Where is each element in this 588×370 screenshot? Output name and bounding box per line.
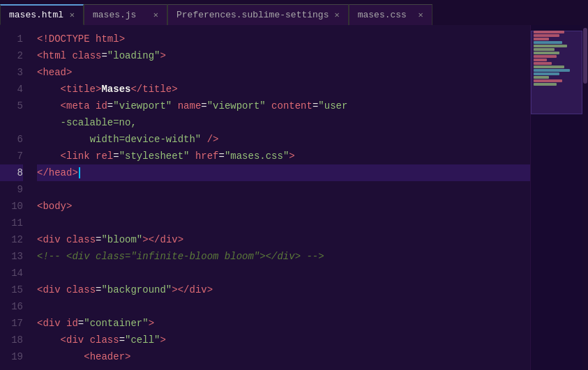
code-token [90,148,96,164]
code-token: > [172,81,177,98]
line-num: 10 [0,198,23,215]
tab-mases-html[interactable]: mases.html ✕ [0,4,84,25]
minimap-line [534,31,564,33]
code-token: title [66,81,96,98]
code-token: > [160,332,165,348]
tab-label: Preferences.sublime-settings [176,10,329,20]
code-token: /> [207,131,219,148]
code-token: "container" [84,315,148,332]
tab-close-icon[interactable]: ✕ [153,10,158,20]
scrollbar[interactable] [582,25,588,370]
code-line-active: </head> [37,164,530,181]
code-token: = [113,148,119,164]
tab-label: mases.html [9,10,63,20]
line-num: 11 [0,215,23,231]
code-token: = [312,98,318,114]
code-line: <title>Mases</title> [37,81,530,98]
code-token: class [90,332,119,348]
line-num: 14 [0,265,23,282]
code-token [37,114,61,131]
code-token: "bloom" [101,231,142,248]
text-cursor [79,167,80,178]
line-num: 3 [0,64,23,81]
tab-label: mases.css [358,10,407,20]
code-token: < [84,348,89,365]
line-num: 18 [0,332,23,348]
minimap [530,25,582,370]
code-token [61,231,66,248]
code-area[interactable]: <!DOCTYPE html> <html class="loading"> <… [31,25,530,370]
code-token: id [96,98,107,114]
scrollbar-thumb[interactable] [583,28,587,84]
tab-bar: mases.html ✕ mases.js ✕ Preferences.subl… [0,0,588,25]
code-token: > [149,315,154,332]
code-token: div [43,231,60,248]
code-token: > [66,198,72,215]
minimap-line [534,52,559,54]
code-token: > [96,81,101,98]
minimap-line [534,69,570,72]
code-line: <div class="bloom"></div> [37,231,530,248]
code-token: title [142,81,172,98]
code-line: <head> [37,64,530,81]
code-token [266,98,271,114]
line-num: 2 [0,47,23,64]
minimap-line [534,41,562,44]
code-token [84,332,89,348]
code-line: <link rel="stylesheet" href="mases.css"> [37,148,530,164]
code-token: div [66,332,84,348]
code-token: > [207,282,213,298]
code-token [37,98,61,114]
code-token: class [66,282,96,298]
code-token: = [119,332,125,348]
line-num: 17 [0,315,23,332]
code-token [37,265,43,282]
editor: 1 2 3 4 5 6 7 8 9 10 11 12 13 14 15 16 1… [0,25,588,370]
code-token: > [178,231,183,248]
minimap-line [534,48,555,51]
code-token: "loading" [107,47,160,64]
code-token: <! [37,31,49,47]
code-token: < [61,332,66,348]
minimap-line [534,34,559,37]
code-token [90,98,96,114]
minimap-line [534,65,564,68]
code-token: </ [130,81,142,98]
line-num: 1 [0,31,23,47]
code-token: body [43,198,66,215]
tab-mases-js[interactable]: mases.js ✕ [84,4,167,25]
code-line: <!-- <div class="infinite-bloom bloom"><… [37,248,530,265]
code-token [189,148,195,164]
line-numbers: 1 2 3 4 5 6 7 8 9 10 11 12 13 14 15 16 1… [0,25,31,370]
code-token [37,148,61,164]
line-num: 6 [0,131,23,148]
code-token: = [96,231,101,248]
minimap-line [534,79,562,82]
code-token: < [37,315,43,332]
code-token: rel [96,148,113,164]
line-num: 13 [0,248,23,265]
code-line: <div id="container"> [37,315,530,332]
code-token: < [61,81,66,98]
code-token: = [107,98,113,114]
tab-close-icon[interactable]: ✕ [418,10,423,20]
code-token: = [78,315,84,332]
code-token [37,131,90,148]
code-token: head [49,164,73,181]
minimap-line [534,59,547,61]
code-line: -scalable=no, [37,114,530,131]
code-token: "user [318,98,347,114]
code-token [37,181,43,198]
line-num: 16 [0,298,23,315]
code-token: < [37,231,43,248]
tab-close-icon[interactable]: ✕ [70,10,75,20]
minimap-line [534,62,552,65]
code-token [61,315,66,332]
line-num: 15 [0,282,23,298]
code-token: > [160,47,165,64]
tab-preferences[interactable]: Preferences.sublime-settings ✕ [167,4,349,25]
code-token: = [96,282,101,298]
tab-mases-css[interactable]: mases.css ✕ [349,4,432,25]
tab-close-icon[interactable]: ✕ [334,10,339,20]
code-token: < [37,282,43,298]
